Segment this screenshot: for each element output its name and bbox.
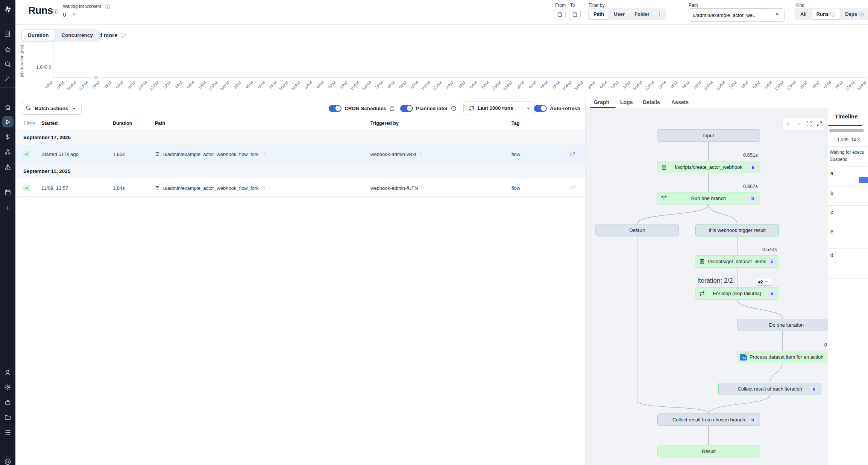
timeline-row-a[interactable]: a bbox=[830, 170, 833, 176]
sidebar-item-play-icon[interactable] bbox=[2, 116, 14, 127]
branch-icon bbox=[661, 195, 667, 201]
tab-logs[interactable]: Logs bbox=[620, 99, 633, 105]
planned-later-toggle[interactable] bbox=[400, 105, 413, 112]
table-row[interactable]: 11/09, 12:571.64su/admin/example_actor_w… bbox=[15, 179, 585, 197]
path-filter-plus-icon[interactable] bbox=[261, 185, 266, 190]
filter-by-option-folder[interactable]: Folder bbox=[630, 9, 654, 19]
cron-schedules-toggle[interactable] bbox=[329, 105, 341, 112]
run-path[interactable]: u/admin/example_actor_webhook_flow_fork bbox=[155, 185, 266, 191]
flow-node-a[interactable]: f/scripts/create_actor_webhooka bbox=[657, 161, 760, 173]
kind-option-deps[interactable]: Deps bbox=[841, 9, 868, 19]
kind-option-runs[interactable]: Runs bbox=[812, 9, 840, 19]
zoom-in-icon[interactable] bbox=[785, 121, 791, 127]
sidebar-logs-icon[interactable] bbox=[2, 427, 14, 438]
to-date-button[interactable] bbox=[569, 9, 581, 20]
timeline-row-divider bbox=[828, 167, 868, 167]
flow-graph-canvas[interactable]: Input0.651sf/scripts/create_actor_webhoo… bbox=[586, 108, 828, 465]
timeline-row-d[interactable]: d bbox=[830, 252, 833, 258]
timeline-row-divider bbox=[828, 278, 868, 279]
timeline-tab[interactable]: Timeline bbox=[835, 113, 858, 120]
search-icon[interactable] bbox=[2, 58, 14, 70]
timeline-row-b[interactable]: b bbox=[830, 190, 833, 196]
filter-by-menu-icon[interactable] bbox=[655, 12, 665, 17]
sidebar-item-calendar-icon[interactable] bbox=[2, 186, 14, 198]
filter-by-segmented: Path User Folder bbox=[588, 8, 666, 20]
auto-refresh-toggle[interactable] bbox=[534, 105, 547, 112]
duration-chart: oad more Duration Concurrency job durati… bbox=[15, 25, 868, 98]
flow-node-input[interactable]: Input bbox=[657, 129, 760, 142]
table-date-group[interactable]: September 11, 2025 bbox=[15, 163, 585, 179]
load-more-info-icon bbox=[121, 33, 126, 38]
timeline-underline bbox=[828, 125, 862, 126]
run-triggered-by[interactable]: webhook-admin-fUFN bbox=[370, 185, 425, 191]
tab-graph[interactable]: Graph bbox=[594, 99, 609, 105]
magic-wand-icon[interactable] bbox=[2, 73, 14, 84]
flow-node-default-branch[interactable]: Default bbox=[595, 224, 679, 236]
sidebar-gear-icon[interactable] bbox=[2, 382, 14, 393]
flow-node-collect-iteration[interactable]: Collect result of each iteratione bbox=[718, 383, 821, 395]
chart-x-axis-line bbox=[53, 77, 867, 78]
fit-view-icon[interactable] bbox=[806, 121, 812, 127]
filter-by-option-path[interactable]: Path bbox=[589, 9, 609, 19]
node-duration: 0.651s bbox=[657, 152, 758, 158]
flow-node-process[interactable]: Process dataset item for an action bbox=[737, 351, 828, 363]
expand-icon[interactable] bbox=[817, 121, 822, 127]
tab-concurrency[interactable]: Concurrency bbox=[56, 30, 99, 41]
triggered-filter-plus-icon[interactable] bbox=[418, 151, 423, 156]
flow-node-result[interactable]: Result bbox=[657, 445, 760, 457]
run-path[interactable]: u/admin/example_actor_webhook_flow_fork bbox=[155, 151, 266, 157]
sidebar-item-home-icon[interactable] bbox=[2, 101, 14, 113]
sidebar-item-plus-icon[interactable] bbox=[2, 202, 14, 214]
batch-actions-button[interactable]: Batch actions bbox=[21, 102, 82, 115]
flow-node-label: Default bbox=[629, 227, 645, 233]
open-run-icon[interactable] bbox=[570, 151, 575, 157]
run-triggered-by[interactable]: webhook-admin-vBxt bbox=[370, 151, 423, 157]
timeline-scrollbar[interactable] bbox=[829, 129, 864, 132]
triggered-filter-plus-icon[interactable] bbox=[420, 185, 425, 190]
timeline-duration-bar[interactable] bbox=[859, 177, 868, 183]
sidebar-avatar-icon[interactable] bbox=[2, 456, 14, 465]
zoom-out-icon[interactable] bbox=[796, 121, 801, 127]
filter-by-option-user[interactable]: User bbox=[609, 9, 629, 19]
flow-node-c[interactable]: f/scripts/get_dataset_itemsc bbox=[695, 255, 779, 268]
run-status-icon bbox=[23, 151, 30, 158]
waiting-workers-filter-icon[interactable] bbox=[72, 12, 77, 17]
path-clear-icon[interactable] bbox=[775, 12, 780, 17]
from-date-button[interactable] bbox=[554, 9, 566, 20]
step-id-badge: e bbox=[810, 386, 818, 392]
flow-node-collect-branch[interactable]: Collect result from chosen branchb bbox=[657, 414, 760, 426]
timeline-row-e[interactable]: e bbox=[830, 229, 833, 235]
runs-count-chevron-icon[interactable] bbox=[522, 101, 534, 115]
sidebar-item-dollar-icon[interactable] bbox=[2, 131, 14, 142]
sidebar-item-pyramid-icon[interactable] bbox=[2, 161, 14, 173]
flow-node-if-branch[interactable]: If is webhook trigger result bbox=[695, 224, 779, 236]
runs-kind-info-icon bbox=[830, 12, 835, 17]
sidebar bbox=[0, 0, 15, 465]
path-filter-input[interactable] bbox=[688, 8, 785, 22]
open-run-icon[interactable] bbox=[570, 185, 575, 191]
sidebar-user-icon[interactable] bbox=[2, 367, 14, 378]
sidebar-folder-icon[interactable] bbox=[2, 412, 14, 423]
timeline-row-divider bbox=[828, 205, 868, 206]
tab-duration[interactable]: Duration bbox=[22, 30, 55, 41]
kind-option-all[interactable]: All bbox=[796, 9, 811, 19]
windmill-logo-icon[interactable] bbox=[2, 4, 14, 15]
sidebar-item-resources-icon[interactable] bbox=[2, 146, 14, 158]
runs-count-select[interactable]: Last 1000 runs bbox=[463, 101, 535, 115]
sidebar-worker-icon[interactable] bbox=[2, 397, 14, 408]
path-filter-plus-icon[interactable] bbox=[261, 151, 266, 156]
table-date-group[interactable]: September 17, 2025 bbox=[15, 129, 585, 145]
tab-details[interactable]: Details bbox=[643, 99, 660, 105]
timeline-row-c[interactable]: c bbox=[830, 209, 833, 215]
chevron-down-icon bbox=[71, 106, 76, 111]
tab-assets[interactable]: Assets bbox=[671, 99, 689, 105]
waiting-workers-info-icon bbox=[105, 4, 110, 9]
flow-node-e[interactable]: For loop (skip failures)e bbox=[695, 287, 779, 300]
buildings-icon[interactable] bbox=[2, 28, 14, 39]
table-row[interactable]: Started 517s ago1.65su/admin/example_act… bbox=[15, 145, 585, 163]
flow-node-b[interactable]: Run one branchb bbox=[657, 192, 760, 204]
flow-node-do-iteration[interactable]: Do one iteration bbox=[737, 319, 828, 331]
chart-data-point[interactable] bbox=[94, 76, 98, 79]
iteration-selector[interactable]: #2 bbox=[756, 279, 772, 285]
star-icon[interactable] bbox=[2, 44, 14, 55]
